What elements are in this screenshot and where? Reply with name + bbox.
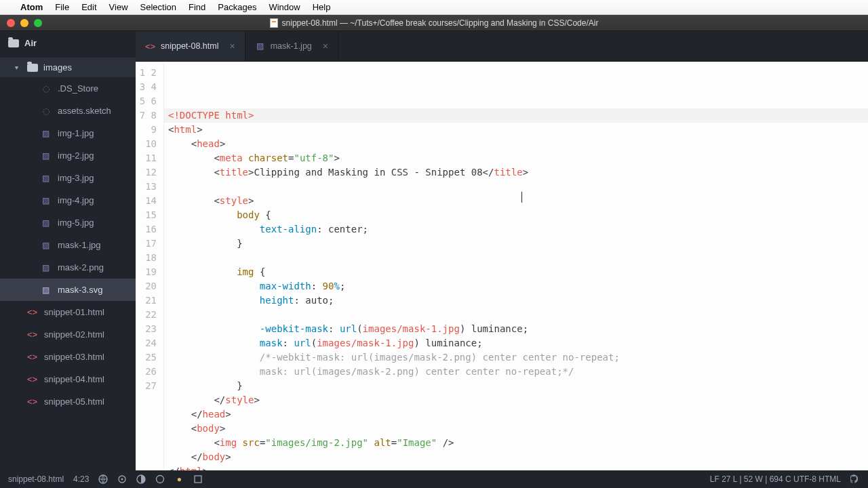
tree-file-label: snippet-04.html xyxy=(44,374,104,384)
tab-label: snippet-08.html xyxy=(161,41,218,51)
zoom-window-button[interactable] xyxy=(34,19,42,27)
status-bar: snippet-08.html 4:23 ● LF 27 L | 52 W | … xyxy=(0,470,868,488)
window-title: snippet-08.html — ~/Tuts+/Coffee break c… xyxy=(282,18,599,28)
image-icon: ▨ xyxy=(41,240,51,250)
image-icon: ▨ xyxy=(41,218,51,228)
html-icon: <> xyxy=(27,307,37,317)
image-icon: ▨ xyxy=(41,128,51,138)
html-icon: <> xyxy=(145,41,155,52)
browser-icon[interactable] xyxy=(98,474,108,484)
tree-file-selected[interactable]: ▨mask-3.svg xyxy=(0,279,136,301)
folder-icon xyxy=(8,39,19,47)
tree-file[interactable]: ▨img-5.jpg xyxy=(0,211,136,234)
tree-file[interactable]: ▨img-3.jpg xyxy=(0,167,136,189)
tree-file-label: snippet-01.html xyxy=(44,307,104,317)
tab-snippet-08[interactable]: <> snippet-08.html × xyxy=(136,31,245,61)
tab-bar: <> snippet-08.html × ▨ mask-1.jpg × xyxy=(136,31,868,62)
tree-file[interactable]: <>snippet-02.html xyxy=(0,323,136,346)
html-icon: <> xyxy=(27,352,37,362)
image-icon: ▨ xyxy=(41,195,51,205)
minimize-window-button[interactable] xyxy=(20,19,28,27)
document-icon xyxy=(270,18,278,28)
tree-file[interactable]: <>snippet-01.html xyxy=(0,301,136,323)
tree-file-label: mask-2.png xyxy=(58,262,104,272)
close-window-button[interactable] xyxy=(7,19,15,27)
file-icon: ◌ xyxy=(41,83,51,94)
tree-folder-label: images xyxy=(43,62,72,73)
tree-file[interactable]: ▨img-1.jpg xyxy=(0,122,136,144)
menu-help[interactable]: Help xyxy=(313,2,331,12)
image-icon: ▨ xyxy=(255,41,265,52)
chevron-down-icon: ▾ xyxy=(15,64,22,71)
contrast-icon[interactable] xyxy=(136,474,146,484)
status-metrics[interactable]: LF 27 L | 52 W | 694 C UTF-8 HTML xyxy=(710,474,841,484)
tree-file[interactable]: ▨mask-2.png xyxy=(0,256,136,279)
dot-icon[interactable]: ● xyxy=(174,474,184,484)
menu-packages[interactable]: Packages xyxy=(218,2,256,12)
image-icon: ▨ xyxy=(41,150,51,161)
menu-window[interactable]: Window xyxy=(269,2,300,12)
html-icon: <> xyxy=(27,329,37,340)
tree-file[interactable]: ◌.DS_Store xyxy=(0,77,136,100)
tree-file-label: .DS_Store xyxy=(58,83,98,94)
tree-file[interactable]: ▨img-2.jpg xyxy=(0,144,136,167)
tab-label: mask-1.jpg xyxy=(271,41,312,51)
menu-selection[interactable]: Selection xyxy=(140,2,176,12)
html-icon: <> xyxy=(27,396,37,407)
target-icon[interactable] xyxy=(117,474,127,484)
tree-file[interactable]: ◌assets.sketch xyxy=(0,100,136,122)
window-titlebar: snippet-08.html — ~/Tuts+/Coffee break c… xyxy=(0,15,868,31)
tree-file-label: mask-3.svg xyxy=(58,285,102,295)
menu-file[interactable]: File xyxy=(55,2,69,12)
code-content[interactable]: <!DOCTYPE html><html> <head> <meta chars… xyxy=(164,62,868,470)
tree-file-label: snippet-03.html xyxy=(44,352,104,362)
tree-file-label: img-1.jpg xyxy=(58,128,94,138)
tree-file-label: img-3.jpg xyxy=(58,173,94,183)
tree-file[interactable]: ▨mask-1.jpg xyxy=(0,234,136,256)
tree-file-label: assets.sketch xyxy=(58,106,111,116)
tree-file[interactable]: <>snippet-04.html xyxy=(0,368,136,390)
app-menu[interactable]: Atom xyxy=(20,2,43,12)
svg-point-2 xyxy=(121,479,123,481)
image-icon: ▨ xyxy=(41,173,51,183)
octocat-icon[interactable] xyxy=(850,474,860,484)
tree-file-label: img-4.jpg xyxy=(58,195,94,205)
circle-icon[interactable] xyxy=(155,474,165,484)
tab-mask-1[interactable]: ▨ mask-1.jpg × xyxy=(245,31,338,61)
tree-file-label: img-2.jpg xyxy=(58,150,94,161)
image-icon: ▨ xyxy=(41,262,51,272)
tree-file[interactable]: <>snippet-05.html xyxy=(0,390,136,413)
svg-rect-5 xyxy=(195,476,201,483)
menu-edit[interactable]: Edit xyxy=(81,2,96,12)
tree-file-label: snippet-05.html xyxy=(44,396,104,407)
html-icon: <> xyxy=(27,374,37,384)
file-icon: ◌ xyxy=(41,106,51,116)
project-root-label: Air xyxy=(24,38,37,48)
line-number-gutter: 1 2 3 4 5 6 7 8 9 10 11 12 13 14 15 16 1… xyxy=(136,62,164,470)
tree-file-label: img-5.jpg xyxy=(58,218,94,228)
menu-find[interactable]: Find xyxy=(189,2,205,12)
code-editor[interactable]: 1 2 3 4 5 6 7 8 9 10 11 12 13 14 15 16 1… xyxy=(136,62,868,470)
status-cursor-position[interactable]: 4:23 xyxy=(73,474,89,484)
tree-file-label: mask-1.jpg xyxy=(58,240,101,250)
tree-file[interactable]: <>snippet-03.html xyxy=(0,346,136,368)
folder-icon xyxy=(27,64,38,72)
tree-folder-images[interactable]: ▾ images xyxy=(0,58,136,77)
window-icon[interactable] xyxy=(193,474,203,484)
close-tab-button[interactable]: × xyxy=(229,41,235,52)
project-root[interactable]: Air xyxy=(0,31,136,55)
tree-file-label: snippet-02.html xyxy=(44,329,104,340)
tree-file[interactable]: ▨img-4.jpg xyxy=(0,189,136,211)
traffic-lights xyxy=(7,19,42,27)
svg-point-4 xyxy=(157,476,164,483)
menu-view[interactable]: View xyxy=(109,2,128,12)
close-tab-button[interactable]: × xyxy=(323,41,328,52)
status-file[interactable]: snippet-08.html xyxy=(8,474,64,484)
image-icon: ▨ xyxy=(41,285,51,295)
macos-menubar: Atom File Edit View Selection Find Packa… xyxy=(0,0,868,15)
file-tree[interactable]: Air ▾ images ◌.DS_Store ◌assets.sketch ▨… xyxy=(0,31,136,470)
